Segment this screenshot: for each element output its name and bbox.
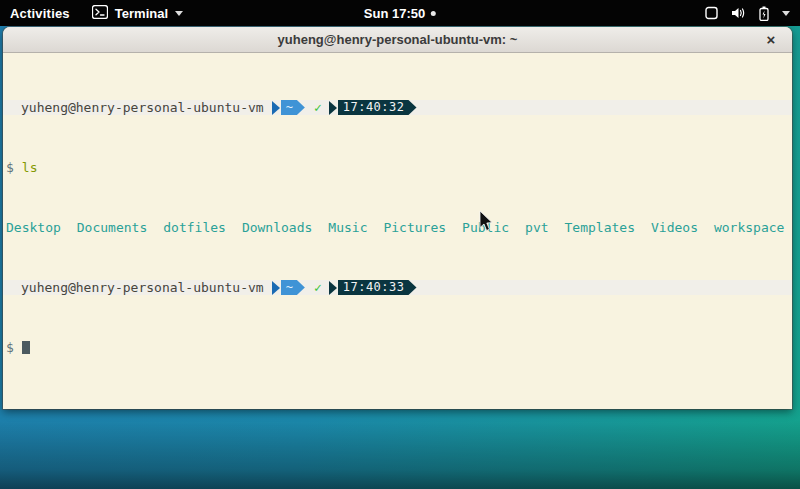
cwd-badge: ~ <box>272 280 305 295</box>
time-badge: 17:40:33 <box>329 280 417 295</box>
cwd-badge: ~ <box>272 100 305 115</box>
directory-item: Pictures <box>383 220 446 235</box>
directory-item: dotfiles <box>163 220 226 235</box>
command-line: $ ls <box>3 160 792 175</box>
desktop-background: { "panel": { "activities_label": "Activi… <box>0 0 800 489</box>
terminal-cursor <box>22 341 30 354</box>
activities-button[interactable]: Activities <box>10 6 70 21</box>
app-menu-button[interactable]: Terminal <box>92 5 183 22</box>
volume-icon <box>731 6 746 20</box>
directory-item: Documents <box>77 220 147 235</box>
prompt-line: yuheng@henry-personal-ubuntu-vm ~ ✓ 17:4… <box>3 100 792 115</box>
close-button[interactable]: × <box>760 29 782 51</box>
top-panel: Activities Terminal Sun 17:50 <box>0 0 800 26</box>
terminal-content[interactable]: yuheng@henry-personal-ubuntu-vm ~ ✓ 17:4… <box>3 53 792 408</box>
terminal-app-icon <box>92 5 108 22</box>
chevron-down-icon <box>175 11 183 16</box>
battery-charging-icon <box>759 6 769 21</box>
notification-dot-icon <box>431 11 436 16</box>
clock-button[interactable]: Sun 17:50 <box>364 0 436 26</box>
directory-item: Templates <box>565 220 635 235</box>
command-line: $ <box>3 340 792 355</box>
directory-listing: Desktop Documents dotfiles Downloads Mus… <box>3 220 792 235</box>
clock-label: Sun 17:50 <box>364 6 425 21</box>
powerline-chevron-icon <box>329 281 337 295</box>
prompt-symbol: $ <box>6 160 14 175</box>
powerline-chevron-icon <box>272 281 280 295</box>
status-check-icon: ✓ <box>314 100 322 115</box>
time-badge: 17:40:32 <box>329 100 417 115</box>
prompt-line: yuheng@henry-personal-ubuntu-vm ~ ✓ 17:4… <box>3 280 792 295</box>
close-icon: × <box>767 31 776 48</box>
powerline-chevron-icon <box>329 101 337 115</box>
titlebar[interactable]: yuheng@henry-personal-ubuntu-vm: ~ × <box>3 27 792 53</box>
app-menu-label: Terminal <box>115 6 168 21</box>
system-status-area[interactable] <box>705 0 790 26</box>
status-check-icon: ✓ <box>314 280 322 295</box>
screen-icon <box>705 6 718 20</box>
directory-item: Downloads <box>242 220 312 235</box>
directory-item: pvt <box>525 220 548 235</box>
window-title: yuheng@henry-personal-ubuntu-vm: ~ <box>278 32 518 47</box>
directory-item: workspace <box>714 220 784 235</box>
prompt-user: yuheng@henry-personal-ubuntu-vm <box>21 100 264 115</box>
command-text: ls <box>22 160 38 175</box>
chevron-down-icon <box>782 11 790 16</box>
directory-item: Public <box>462 220 509 235</box>
prompt-user: yuheng@henry-personal-ubuntu-vm <box>21 280 264 295</box>
directory-item: Music <box>328 220 367 235</box>
powerline-chevron-icon <box>272 101 280 115</box>
directory-item: Videos <box>651 220 698 235</box>
terminal-window: yuheng@henry-personal-ubuntu-vm: ~ × yuh… <box>3 27 792 409</box>
directory-item: Desktop <box>6 220 61 235</box>
prompt-symbol: $ <box>6 340 14 355</box>
